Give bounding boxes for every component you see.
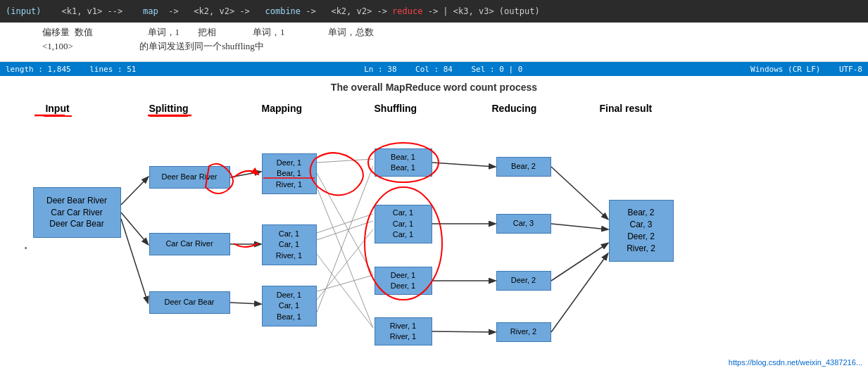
status-encoding: Windows (CR LF) UTF-8 xyxy=(750,65,862,74)
code-text: (input) <k1, v1> --> map -> <k2, v2> -> … xyxy=(6,6,540,16)
svg-line-8 xyxy=(317,187,373,328)
svg-line-1 xyxy=(121,177,148,205)
box-red1: Bear, 2 xyxy=(496,157,551,177)
box-shuf4: River, 1River, 1 xyxy=(375,317,432,345)
svg-line-12 xyxy=(317,254,373,328)
box-red3: Deer, 2 xyxy=(496,271,551,291)
comment-area: 偏移量 数值 单词，1 把相 单词，1 单词，总数 <1,100> 的单词发送到… xyxy=(0,23,868,62)
svg-line-16 xyxy=(432,163,495,167)
svg-line-9 xyxy=(317,173,373,275)
diagram-canvas: Input Splitting Mapping Shuffling Reduci… xyxy=(19,96,850,356)
svg-line-2 xyxy=(121,212,148,244)
label-input: Input xyxy=(44,103,72,117)
label-final: Final result xyxy=(600,103,653,114)
svg-line-19 xyxy=(432,331,495,332)
red-annotations-svg xyxy=(19,96,850,356)
comment-line2: <1,100> 的单词发送到同一个shuffling中 xyxy=(42,39,862,53)
status-position: Ln : 38 Col : 84 Sel : 0 | 0 xyxy=(364,65,522,74)
status-bar: length : 1,845 lines : 51 Ln : 38 Col : … xyxy=(0,62,868,76)
box-final: Bear, 2Car, 3Deer, 2River, 2 xyxy=(609,200,674,262)
box-split2: Car Car River xyxy=(149,233,230,255)
diagram-title: The overall MapReduce word count process xyxy=(0,76,868,96)
label-mapping: Mapping xyxy=(262,103,303,117)
svg-line-22 xyxy=(551,243,608,281)
svg-line-11 xyxy=(317,221,373,240)
svg-line-6 xyxy=(230,303,260,304)
left-dot: • xyxy=(25,243,27,254)
svg-line-15 xyxy=(317,166,373,312)
diagram-section: The overall MapReduce word count process… xyxy=(0,76,868,368)
svg-line-7 xyxy=(317,159,373,163)
label-reducing: Reducing xyxy=(492,103,537,114)
box-split3: Deer Car Bear xyxy=(149,291,230,314)
svg-line-21 xyxy=(551,224,608,229)
svg-line-4 xyxy=(230,172,260,177)
svg-line-14 xyxy=(317,229,373,300)
box-map1: Deer, 1Bear, 1River, 1 xyxy=(262,153,317,194)
box-map3: Deer, 1Car, 1Bear, 1 xyxy=(262,286,317,326)
svg-line-23 xyxy=(551,254,608,332)
svg-line-13 xyxy=(317,275,373,291)
svg-line-20 xyxy=(551,167,608,219)
svg-line-10 xyxy=(317,214,373,233)
box-shuf2: Car, 1Car, 1Car, 1 xyxy=(375,205,432,243)
status-length: length : 1,845 lines : 51 xyxy=(6,65,136,74)
box-shuf3: Deer, 1Deer, 1 xyxy=(375,267,432,295)
arrows-svg xyxy=(19,96,850,356)
box-input: Deer Bear RiverCar Car RiverDeer Car Bea… xyxy=(33,187,121,238)
code-bar: (input) <k1, v1> --> map -> <k2, v2> -> … xyxy=(0,0,868,23)
comment-line1: 偏移量 数值 单词，1 把相 单词，1 单词，总数 xyxy=(42,25,862,39)
box-red4: River, 2 xyxy=(496,322,551,342)
label-shuffling: Shuffling xyxy=(375,103,417,114)
box-red2: Car, 3 xyxy=(496,214,551,234)
label-splitting: Splitting xyxy=(149,103,189,117)
svg-line-3 xyxy=(121,219,148,303)
box-shuf1: Bear, 1Bear, 1 xyxy=(375,148,432,177)
box-split1: Deer Bear River xyxy=(149,166,230,189)
box-map2: Car, 1Car, 1River, 1 xyxy=(262,224,317,265)
status-right: Windows (CR LF) UTF-8 xyxy=(750,65,862,74)
footer-url: https://blog.csdn.net/weixin_4387216... xyxy=(729,358,862,367)
